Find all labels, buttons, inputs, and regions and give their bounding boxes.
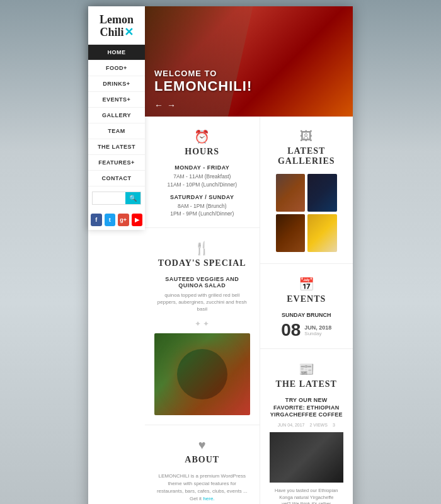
event-month-info: JUN, 2018 Sunday xyxy=(304,324,331,336)
logo-line1: Lemon xyxy=(100,13,134,26)
nav-link-home[interactable]: HOME xyxy=(88,45,145,60)
nav-item-features[interactable]: FEATURES+ xyxy=(88,155,145,171)
hero-text: WELCOME TO LEMONCHILI! xyxy=(154,69,252,94)
article-excerpt: Have you tasted our Ethiopian Konga natu… xyxy=(270,488,344,504)
two-column-layout: ⏰ HOURS MONDAY - FRIDAY 7AM - 11AM (Brea… xyxy=(145,117,353,504)
gallery-grid xyxy=(270,174,344,258)
nav-item-latest[interactable]: THE LATEST xyxy=(88,139,145,155)
about-description: LEMONCHILI is a premium WordPress theme … xyxy=(154,472,250,503)
weekday-label: MONDAY - FRIDAY xyxy=(154,164,250,171)
latest-title: THE LATEST xyxy=(270,379,344,389)
nav-link-team[interactable]: TEAM xyxy=(88,123,145,139)
left-column: ⏰ HOURS MONDAY - FRIDAY 7AM - 11AM (Brea… xyxy=(145,117,260,504)
about-section: ♥ ABOUT LEMONCHILI is a premium WordPres… xyxy=(145,425,260,504)
facebook-icon[interactable]: f xyxy=(91,214,102,226)
event-name: SUNDAY BRUNCH xyxy=(270,312,344,318)
event-month-year: JUN, 2018 xyxy=(304,324,331,331)
nav-item-food[interactable]: FOOD+ xyxy=(88,60,145,76)
special-section: 🍴 TODAY'S SPECIAL SAUTEED VEGGIES AND QU… xyxy=(145,228,260,425)
hours-section: ⏰ HOURS MONDAY - FRIDAY 7AM - 11AM (Brea… xyxy=(145,117,260,228)
events-title: EVENTS xyxy=(270,294,344,304)
weekday-breakfast: 7AM - 11AM (Breakfast) xyxy=(173,173,231,180)
gallery-thumb-4[interactable] xyxy=(307,214,337,252)
hours-title: HOURS xyxy=(154,147,250,157)
article-comments: 2 VIEWS xyxy=(310,423,328,427)
right-column: 🖼 LATEST GALLERIES 📅 EVENTS SUNDAY BRUNC… xyxy=(260,117,353,504)
nav-link-food[interactable]: FOOD+ xyxy=(88,60,145,76)
nav-link-drinks[interactable]: DRINKS+ xyxy=(88,76,145,92)
hero-next-arrow[interactable]: → xyxy=(167,100,176,110)
logo-line2: Chili xyxy=(100,26,123,38)
search-bar[interactable]: 🔍 xyxy=(92,192,141,205)
latest-section: 📰 THE LATEST TRY OUR NEW FAVORITE: ETHIO… xyxy=(260,349,353,504)
nav-item-gallery[interactable]: GALLERY xyxy=(88,108,145,123)
logo-x: ✕ xyxy=(124,26,134,38)
nav-link-contact[interactable]: CONTACT xyxy=(88,171,145,186)
nav-item-drinks[interactable]: DRINKS+ xyxy=(88,76,145,92)
calendar-icon: 📅 xyxy=(270,277,344,292)
weekday-lunch: 11AM - 10PM (Lunch/Dinner) xyxy=(167,181,237,188)
googleplus-icon[interactable]: g+ xyxy=(118,214,129,226)
nav-link-latest[interactable]: THE LATEST xyxy=(88,139,145,155)
dish-name: SAUTEED VEGGIES AND QUINOA SALAD xyxy=(154,276,250,289)
logo-text: Lemon Chili✕ xyxy=(94,14,139,39)
article-date: JUN 04, 2017 xyxy=(278,423,305,427)
nav-item-contact[interactable]: CONTACT xyxy=(88,171,145,186)
hero-prev-arrow[interactable]: ← xyxy=(154,100,163,110)
hero-navigation: ← → xyxy=(154,100,176,110)
hero-welcome: WELCOME TO xyxy=(154,69,252,78)
heart-icon: ♥ xyxy=(154,438,250,452)
nav-link-events[interactable]: EVENTS+ xyxy=(88,92,145,108)
nav-item-events[interactable]: EVENTS+ xyxy=(88,92,145,108)
sidebar: Lemon Chili✕ HOME FOOD+ DRINKS+ EVENTS+ … xyxy=(88,6,145,230)
gallery-icon: 🖼 xyxy=(270,129,344,144)
youtube-icon[interactable]: ▶ xyxy=(132,214,143,226)
gallery-thumb-2[interactable] xyxy=(307,174,337,212)
gallery-thumb-1[interactable] xyxy=(276,174,306,212)
dish-description: quinoa topped with grilled red bell pepp… xyxy=(154,292,250,313)
hero-title: LEMONCHILI! xyxy=(154,78,252,94)
nav-menu: HOME FOOD+ DRINKS+ EVENTS+ GALLERY TEAM … xyxy=(88,45,145,186)
weekend-brunch: 8AM - 1PM (Brunch) xyxy=(178,203,226,209)
special-food-image xyxy=(154,333,250,415)
main-content: WELCOME TO LEMONCHILI! ← → ⏰ HOURS MONDA… xyxy=(145,6,353,504)
hero-banner: WELCOME TO LEMONCHILI! ← → xyxy=(145,6,353,117)
search-input[interactable] xyxy=(93,192,125,204)
search-icon: 🔍 xyxy=(129,195,137,202)
special-title: TODAY'S SPECIAL xyxy=(154,258,250,268)
article-likes: 3 xyxy=(333,423,335,427)
article-meta: JUN 04, 2017 2 VIEWS 3 xyxy=(270,423,344,427)
event-date: 08 JUN, 2018 Sunday xyxy=(270,321,344,339)
weekend-hours: 8AM - 1PM (Brunch) 1PM - 9PM (Lunch/Dinn… xyxy=(154,202,250,219)
ornament-divider: ✦ ✦ xyxy=(154,319,250,328)
news-icon: 📰 xyxy=(270,362,344,377)
site-logo[interactable]: Lemon Chili✕ xyxy=(88,6,145,45)
galleries-title: LATEST GALLERIES xyxy=(270,146,344,166)
about-title: ABOUT xyxy=(154,455,250,465)
gallery-thumb-3[interactable] xyxy=(276,214,306,252)
events-section: 📅 EVENTS SUNDAY BRUNCH 08 JUN, 2018 Sund… xyxy=(260,264,353,349)
search-button[interactable]: 🔍 xyxy=(125,192,140,204)
article-title: TRY OUR NEW FAVORITE: ETHIOPIAN YIRGACHE… xyxy=(270,397,344,419)
nav-link-gallery[interactable]: GALLERY xyxy=(88,108,145,123)
galleries-section: 🖼 LATEST GALLERIES xyxy=(260,117,353,264)
twitter-icon[interactable]: t xyxy=(105,214,116,226)
weekend-label: SATURDAY / SUNDAY xyxy=(154,194,250,200)
nav-item-home[interactable]: HOME xyxy=(88,45,145,60)
weekend-dinner: 1PM - 9PM (Lunch/Dinner) xyxy=(170,210,234,217)
social-links: f t g+ ▶ xyxy=(88,210,145,230)
nav-link-features[interactable]: FEATURES+ xyxy=(88,155,145,171)
event-day-number: 08 xyxy=(281,321,301,339)
weekday-hours: 7AM - 11AM (Breakfast) 11AM - 10PM (Lunc… xyxy=(154,173,250,189)
event-day-name: Sunday xyxy=(304,331,331,336)
about-link[interactable]: here. xyxy=(203,496,214,501)
nav-item-team[interactable]: TEAM xyxy=(88,123,145,139)
clock-icon: ⏰ xyxy=(154,129,250,144)
fork-knife-icon: 🍴 xyxy=(154,241,250,256)
article-image xyxy=(270,432,344,483)
